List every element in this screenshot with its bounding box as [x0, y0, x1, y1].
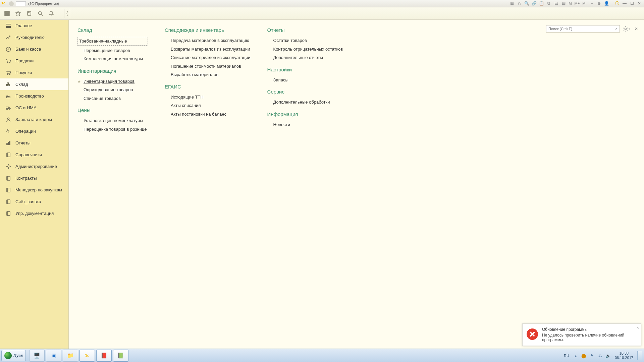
- grid-icon[interactable]: ▦: [509, 1, 515, 6]
- nav-link[interactable]: Запасы: [267, 76, 343, 84]
- sidebar-item-0[interactable]: Главное: [0, 20, 68, 32]
- bell-icon[interactable]: [46, 9, 56, 18]
- nav-link[interactable]: Оприходование товаров: [77, 85, 148, 94]
- nav-link[interactable]: Контроль отрицательных остатков: [267, 45, 343, 54]
- nav-link[interactable]: Списание товаров: [77, 94, 148, 103]
- sidebar-item-2[interactable]: ₽Банк и касса: [0, 43, 68, 55]
- nav-link[interactable]: Исходящие ТТН: [165, 93, 251, 102]
- nav-link[interactable]: Передача материалов в эксплуатацию: [165, 36, 251, 45]
- trend-icon: [5, 35, 11, 41]
- section-title[interactable]: Склад: [77, 27, 148, 33]
- tray-shield-icon[interactable]: ⬤: [581, 353, 587, 358]
- copy-icon[interactable]: ⧉: [546, 1, 551, 6]
- sidebar-item-label: Банк и касса: [15, 47, 41, 52]
- main-toolbar: ⟨: [0, 7, 644, 20]
- task-pdf[interactable]: 📕: [96, 350, 112, 362]
- nav-link[interactable]: Дополнительные отчеты: [267, 53, 343, 62]
- clipboard-icon[interactable]: 📋: [539, 1, 544, 6]
- svg-point-35: [625, 28, 626, 29]
- nav-link[interactable]: Новости: [267, 120, 343, 129]
- search-main-icon[interactable]: [35, 9, 45, 18]
- user-icon[interactable]: 👤: [604, 1, 609, 6]
- nav-link[interactable]: Акты постановки на баланс: [165, 110, 251, 119]
- task-explorer[interactable]: 📁: [63, 350, 78, 362]
- tray-up-icon[interactable]: ▴: [573, 353, 579, 358]
- section-title[interactable]: Отчеты: [267, 27, 343, 33]
- toast-close-icon[interactable]: ×: [636, 325, 639, 330]
- search-icon[interactable]: 🔍: [524, 1, 529, 6]
- calendar-icon[interactable]: ▦: [561, 1, 566, 6]
- print-icon[interactable]: ⎙: [517, 1, 522, 6]
- nav-link[interactable]: Дополнительные обработки: [267, 98, 343, 107]
- nav-link[interactable]: Акты списания: [165, 101, 251, 110]
- nav-link[interactable]: Требования-накладные: [77, 37, 148, 46]
- section-title[interactable]: Настройки: [267, 67, 343, 72]
- search-clear-icon[interactable]: ×: [613, 25, 620, 32]
- update-toast: × Обновление программы Не удалось провер…: [522, 323, 641, 346]
- close-panel-icon[interactable]: ✕: [633, 25, 640, 33]
- task-1c[interactable]: 1c: [79, 350, 95, 362]
- sidebar-item-4[interactable]: Покупки: [0, 67, 68, 78]
- tray-network-icon[interactable]: 🖧: [597, 353, 603, 358]
- sidebar-item-5[interactable]: Склад: [0, 78, 68, 90]
- lang-indicator[interactable]: RU: [562, 353, 571, 359]
- sidebar-item-6[interactable]: Производство: [0, 90, 68, 102]
- pin-icon[interactable]: ⟨: [64, 9, 70, 18]
- section-title[interactable]: Сервис: [267, 89, 343, 95]
- history-icon[interactable]: [24, 9, 34, 18]
- zoom-in-icon[interactable]: ⊕: [596, 1, 602, 6]
- sidebar-item-3[interactable]: Продажи: [0, 55, 68, 67]
- nav-link[interactable]: Установка цен номенклатуры: [77, 116, 148, 125]
- mplus-label[interactable]: M+: [574, 1, 580, 6]
- calc-icon[interactable]: ▤: [553, 1, 559, 6]
- favorite-icon[interactable]: [13, 9, 23, 18]
- sidebar-item-14[interactable]: Менеджер по закупкам: [0, 184, 68, 196]
- sidebar-item-15[interactable]: Счёт_заявка: [0, 196, 68, 207]
- nav-link[interactable]: Переоценка товаров в рознице: [77, 125, 148, 134]
- tray-sound-icon[interactable]: 🔈: [605, 353, 611, 358]
- section-title[interactable]: Спецодежда и инвентарь: [165, 27, 251, 33]
- nav-link[interactable]: Комплектация номенклатуры: [77, 55, 148, 63]
- nav-link[interactable]: Погашение стоимости материалов: [165, 62, 251, 71]
- nav-link[interactable]: Перемещение товаров: [77, 46, 148, 55]
- sidebar-item-16[interactable]: Упр. документация: [0, 207, 68, 219]
- sidebar-item-10[interactable]: Отчеты: [0, 137, 68, 149]
- sidebar-item-7[interactable]: ОС и НМА: [0, 102, 68, 114]
- m-label[interactable]: M: [568, 1, 572, 6]
- sections-icon[interactable]: [2, 9, 12, 18]
- sidebar-item-12[interactable]: Администрирование: [0, 161, 68, 172]
- zoom-out-icon[interactable]: −: [589, 1, 594, 6]
- titlebar-dropdown-icon[interactable]: [9, 1, 14, 6]
- tray-clock[interactable]: 10:38 06.10.2017: [615, 351, 633, 360]
- sidebar-item-11[interactable]: Справочники: [0, 149, 68, 161]
- minimize-icon[interactable]: —: [622, 1, 627, 6]
- section-title[interactable]: ЕГАИС: [165, 84, 251, 89]
- start-button[interactable]: Пуск: [1, 350, 26, 361]
- section-title[interactable]: Цены: [77, 107, 148, 113]
- tray-flag-icon[interactable]: ⚑: [589, 353, 595, 358]
- task-rdp[interactable]: 🖥️: [29, 350, 45, 362]
- sidebar-item-13[interactable]: Контракты: [0, 172, 68, 184]
- nav-link[interactable]: ★Инвентаризация товаров: [77, 77, 148, 86]
- search-input[interactable]: [546, 27, 613, 31]
- info-icon[interactable]: ⓘ: [614, 1, 620, 6]
- nav-link[interactable]: Остатки товаров: [267, 36, 343, 45]
- nav-link[interactable]: Выработка материалов: [165, 70, 251, 79]
- settings-gear-icon[interactable]: ▾: [623, 25, 630, 33]
- nav-link[interactable]: Возвраты материалов из эксплуатации: [165, 45, 251, 54]
- section-title[interactable]: Информация: [267, 111, 343, 117]
- close-window-icon[interactable]: ✕: [637, 1, 642, 6]
- svg-rect-8: [8, 14, 9, 16]
- sidebar-item-9[interactable]: ДтКтОперации: [0, 125, 68, 137]
- link-icon[interactable]: 🔗: [531, 1, 537, 6]
- show-desktop[interactable]: [637, 351, 642, 360]
- task-excel[interactable]: 📗: [113, 350, 128, 362]
- sidebar-item-8[interactable]: Зарплата и кадры: [0, 114, 68, 125]
- mminus-label[interactable]: M-: [582, 1, 587, 6]
- maximize-icon[interactable]: ☐: [629, 1, 635, 6]
- nav-link[interactable]: Списание материалов из эксплуатации: [165, 53, 251, 62]
- section-title[interactable]: Инвентаризация: [77, 68, 148, 74]
- sidebar-item-1[interactable]: Руководителю: [0, 32, 68, 43]
- task-powershell[interactable]: ▣: [46, 350, 61, 362]
- start-orb-icon: [4, 352, 12, 359]
